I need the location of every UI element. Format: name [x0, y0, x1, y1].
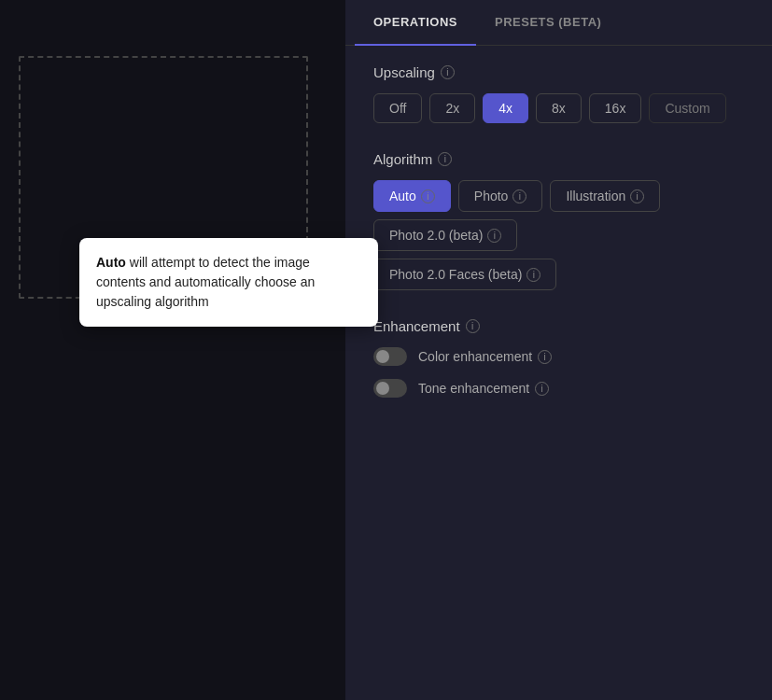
- upscaling-custom-button[interactable]: Custom: [649, 93, 725, 123]
- algo-photo2faces-button[interactable]: Photo 2.0 Faces (beta) i: [373, 259, 556, 290]
- algo-photo-info-icon[interactable]: i: [512, 189, 526, 203]
- tooltip-body: will attempt to detect the image content…: [96, 255, 315, 309]
- algo-photo2faces-info-icon[interactable]: i: [526, 268, 540, 282]
- upscaling-label: Upscaling: [373, 64, 435, 80]
- tone-enhancement-toggle[interactable]: [373, 379, 407, 398]
- color-enhancement-toggle[interactable]: [373, 347, 407, 366]
- panel-content: Upscaling i Off 2x 4x 8x 16x Custom Algo…: [345, 46, 772, 700]
- algo-auto-label: Auto: [389, 189, 416, 203]
- upscaling-options: Off 2x 4x 8x 16x Custom: [373, 93, 744, 123]
- algo-photo2faces-label: Photo 2.0 Faces (beta): [389, 267, 522, 282]
- algorithm-section: Algorithm i Auto i Photo i Illustration …: [373, 151, 744, 290]
- algo-illustration-label: Illustration: [566, 189, 625, 203]
- upscaling-title: Upscaling i: [373, 64, 744, 80]
- upscaling-8x-button[interactable]: 8x: [536, 93, 582, 123]
- tab-operations[interactable]: OPERATIONS: [355, 0, 476, 46]
- algo-auto-info-icon[interactable]: i: [421, 189, 435, 203]
- algo-photo-label: Photo: [474, 189, 509, 203]
- algorithm-row-1: Auto i Photo i Illustration i: [373, 180, 744, 212]
- algo-photo2-info-icon[interactable]: i: [487, 229, 501, 243]
- upscaling-section: Upscaling i Off 2x 4x 8x 16x Custom: [373, 64, 744, 123]
- upscaling-4x-button[interactable]: 4x: [483, 93, 528, 123]
- canvas-panel: Auto will attempt to detect the image co…: [0, 0, 345, 700]
- enhancement-label: Enhancement: [373, 318, 460, 334]
- algo-illustration-info-icon[interactable]: i: [630, 189, 644, 203]
- tooltip-text: Auto will attempt to detect the image co…: [96, 255, 315, 309]
- algo-photo-button[interactable]: Photo i: [458, 180, 543, 212]
- tab-bar: OPERATIONS PRESETS (BETA): [345, 0, 772, 46]
- color-enhancement-text: Color enhancement: [418, 349, 532, 364]
- algorithm-info-icon[interactable]: i: [438, 152, 452, 166]
- algorithm-title: Algorithm i: [373, 151, 744, 167]
- tooltip-bold: Auto: [96, 255, 126, 270]
- algo-photo2-button[interactable]: Photo 2.0 (beta) i: [373, 219, 517, 251]
- right-panel: OPERATIONS PRESETS (BETA) Upscaling i Of…: [345, 0, 772, 700]
- upscaling-16x-button[interactable]: 16x: [589, 93, 642, 123]
- tone-enhancement-row: Tone enhancement i: [373, 379, 744, 398]
- upscaling-2x-button[interactable]: 2x: [429, 93, 475, 123]
- tone-enhancement-info-icon[interactable]: i: [535, 382, 549, 396]
- tone-enhancement-label: Tone enhancement i: [418, 381, 549, 396]
- upscaling-off-button[interactable]: Off: [373, 93, 422, 123]
- color-enhancement-row: Color enhancement i: [373, 347, 744, 366]
- auto-tooltip: Auto will attempt to detect the image co…: [79, 238, 378, 327]
- algorithm-row-3: Photo 2.0 Faces (beta) i: [373, 259, 744, 290]
- algorithm-label: Algorithm: [373, 151, 432, 167]
- tone-enhancement-text: Tone enhancement: [418, 381, 529, 396]
- enhancement-title: Enhancement i: [373, 318, 744, 334]
- algorithm-row-2: Photo 2.0 (beta) i: [373, 219, 744, 251]
- algo-illustration-button[interactable]: Illustration i: [550, 180, 660, 212]
- color-enhancement-label: Color enhancement i: [418, 349, 552, 364]
- tab-presets[interactable]: PRESETS (BETA): [476, 0, 620, 46]
- enhancement-info-icon[interactable]: i: [466, 319, 480, 333]
- algo-photo2-label: Photo 2.0 (beta): [389, 228, 483, 243]
- upscaling-info-icon[interactable]: i: [441, 65, 455, 79]
- algo-auto-button[interactable]: Auto i: [373, 180, 451, 212]
- enhancement-section: Enhancement i Color enhancement i Tone e…: [373, 318, 744, 398]
- color-enhancement-info-icon[interactable]: i: [538, 350, 552, 364]
